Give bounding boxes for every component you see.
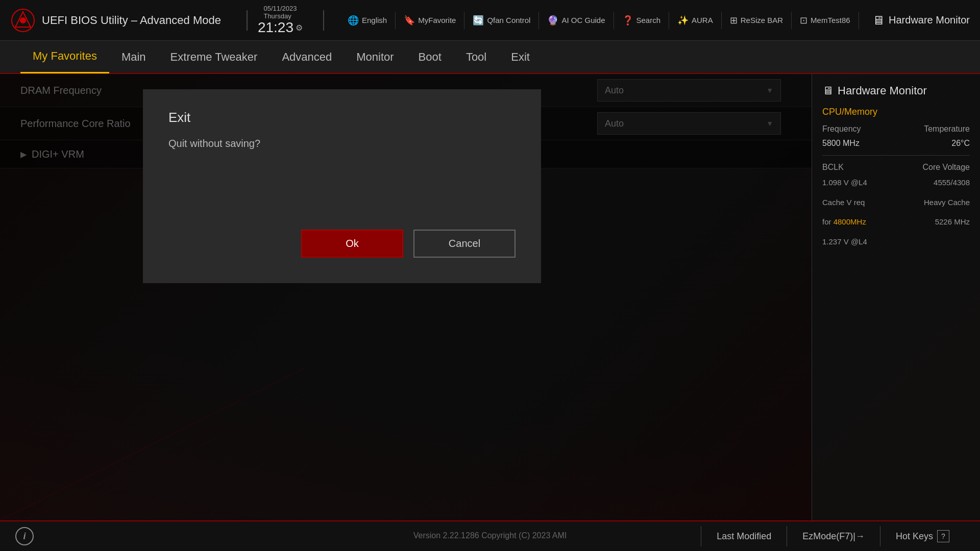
bios-title: UEFI BIOS Utility – Advanced Mode xyxy=(42,14,221,27)
dialog-message: Quit without saving? xyxy=(168,138,516,149)
hw-values-row: 5800 MHz 26°C xyxy=(822,139,970,148)
tool-aioc[interactable]: 🔮 AI OC Guide xyxy=(539,12,614,29)
hw-cpu-memory-title: CPU/Memory xyxy=(822,107,970,117)
aioc-icon: 🔮 xyxy=(547,15,558,26)
dialog-title: Exit xyxy=(168,110,516,126)
english-label: English xyxy=(362,16,387,24)
hw-heavy-cache: Heavy Cache xyxy=(924,197,970,209)
nav-extreme[interactable]: Extreme Tweaker xyxy=(158,40,270,73)
tool-aura[interactable]: ✨ AURA xyxy=(669,12,722,29)
top-bar: UEFI BIOS Utility – Advanced Mode 05/11/… xyxy=(0,0,980,41)
hotkeys-label: Hot Keys xyxy=(896,531,933,542)
nav-favorites[interactable]: My Favorites xyxy=(20,40,109,73)
tool-memtest[interactable]: ⊡ MemTest86 xyxy=(792,12,859,29)
top-bar-divider xyxy=(247,10,248,31)
dialog-overlay: Exit Quit without saving? Ok Cancel xyxy=(0,74,812,520)
hw-cache-count: 4555/4308 xyxy=(934,177,970,189)
last-modified-button[interactable]: Last Modified xyxy=(701,526,787,546)
hw-freq-highlight: 4800MHz xyxy=(834,217,866,226)
hw-voltage-l4-2: 1.237 V @L4 xyxy=(822,236,867,248)
qfan-icon: 🔄 xyxy=(473,15,484,26)
hw-core-voltage-label: Core Voltage xyxy=(922,163,970,172)
nav-advanced[interactable]: Advanced xyxy=(270,40,344,73)
bottom-right-items: Last Modified EzMode(F7)|→ Hot Keys ? xyxy=(701,526,965,546)
search-label: Search xyxy=(636,16,661,24)
hw-for-freq: for 4800MHz xyxy=(822,216,866,228)
aura-icon: ✨ xyxy=(677,15,689,26)
nav-boot[interactable]: Boot xyxy=(406,40,454,73)
hw-voltage-l4: 1.098 V @L4 xyxy=(822,177,867,189)
nav-menu: My Favorites Main Extreme Tweaker Advanc… xyxy=(0,41,980,74)
time-display: 21:23 xyxy=(258,20,293,36)
memtest-label: MemTest86 xyxy=(811,16,850,24)
nav-exit[interactable]: Exit xyxy=(499,40,542,73)
resizebar-label: ReSize BAR xyxy=(741,16,783,24)
cancel-button[interactable]: Cancel xyxy=(413,230,516,258)
hw-temperature-label: Temperature xyxy=(924,124,970,134)
exit-dialog: Exit Quit without saving? Ok Cancel xyxy=(143,89,541,283)
nav-tool[interactable]: Tool xyxy=(454,40,499,73)
toolbar: 🌐 English 🔖 MyFavorite 🔄 Qfan Control 🔮 … xyxy=(339,12,859,29)
datetime-area: 05/11/2023 Thursday 21:23 ⚙ xyxy=(258,5,303,36)
hw-divider1 xyxy=(822,155,970,156)
tool-resizebar[interactable]: ⊞ ReSize BAR xyxy=(722,12,792,29)
logo-area: UEFI BIOS Utility – Advanced Mode xyxy=(10,8,221,33)
hw-info-row3: for 4800MHz 5226 MHz xyxy=(822,216,970,231)
aioc-label: AI OC Guide xyxy=(561,16,605,24)
nav-monitor[interactable]: Monitor xyxy=(344,40,406,73)
tool-myfavorite[interactable]: 🔖 MyFavorite xyxy=(396,12,464,29)
tool-english[interactable]: 🌐 English xyxy=(339,12,396,29)
ok-button[interactable]: Ok xyxy=(301,230,403,258)
ezmode-label: EzMode(F7)|→ xyxy=(802,531,865,542)
hw-info-row2: Cache V req Heavy Cache xyxy=(822,197,970,212)
hotkeys-button[interactable]: Hot Keys ? xyxy=(880,526,965,546)
hw-bclk-label: BCLK xyxy=(822,163,844,172)
ezmode-button[interactable]: EzMode(F7)|→ xyxy=(787,526,880,546)
hw-monitor-title: Hardware Monitor xyxy=(889,14,970,26)
date-display: 05/11/2023 Thursday xyxy=(263,5,297,20)
hw-info-row4: 1.237 V @L4 xyxy=(822,236,970,251)
memtest-icon: ⊡ xyxy=(800,15,807,26)
hw-extra-labels-row: BCLK Core Voltage xyxy=(822,163,970,172)
resizebar-icon: ⊞ xyxy=(730,15,738,26)
english-icon: 🌐 xyxy=(348,15,359,26)
content-area: DRAM Frequency Auto ▼ Performance Core R… xyxy=(0,74,812,520)
hw-frequency-row: Frequency Temperature xyxy=(822,124,970,134)
bottom-bar: i Version 2.22.1286 Copyright (C) 2023 A… xyxy=(0,520,980,551)
monitor-icon: 🖥 xyxy=(872,13,885,28)
top-bar-divider2 xyxy=(323,10,324,31)
dialog-buttons: Ok Cancel xyxy=(301,230,516,258)
last-modified-label: Last Modified xyxy=(717,531,771,542)
search-icon: ❓ xyxy=(622,15,633,26)
myfavorite-label: MyFavorite xyxy=(418,16,456,24)
hw-info-block: 1.098 V @L4 4555/4308 Cache V req Heavy … xyxy=(822,177,970,251)
myfavorite-icon: 🔖 xyxy=(404,15,415,26)
settings-icon[interactable]: ⚙ xyxy=(296,23,303,33)
hw-monitor-panel-icon: 🖥 xyxy=(822,84,834,97)
tool-qfan[interactable]: 🔄 Qfan Control xyxy=(464,12,539,29)
main-content: DRAM Frequency Auto ▼ Performance Core R… xyxy=(0,74,980,520)
hw-monitor-panel-title: 🖥 Hardware Monitor xyxy=(822,84,970,97)
nav-main[interactable]: Main xyxy=(109,40,158,73)
hw-cache-v-req: Cache V req xyxy=(822,197,865,209)
info-icon[interactable]: i xyxy=(15,527,34,545)
hw-cache-mhz: 5226 MHz xyxy=(935,216,970,228)
hw-frequency-label: Frequency xyxy=(822,124,861,134)
hw-monitor-header[interactable]: 🖥 Hardware Monitor xyxy=(872,13,970,28)
svg-point-7 xyxy=(20,17,26,23)
hw-monitor-panel: 🖥 Hardware Monitor CPU/Memory Frequency … xyxy=(812,74,980,520)
hw-frequency-value: 5800 MHz xyxy=(822,139,860,148)
version-text: Version 2.22.1286 Copyright (C) 2023 AMI xyxy=(413,520,567,551)
hotkeys-icon: ? xyxy=(937,530,949,542)
qfan-label: Qfan Control xyxy=(487,16,530,24)
aura-label: AURA xyxy=(692,16,713,24)
hw-temperature-value: 26°C xyxy=(951,139,970,148)
rog-logo-icon xyxy=(10,8,36,33)
tool-search[interactable]: ❓ Search xyxy=(614,12,670,29)
hw-info-row1: 1.098 V @L4 4555/4308 xyxy=(822,177,970,192)
